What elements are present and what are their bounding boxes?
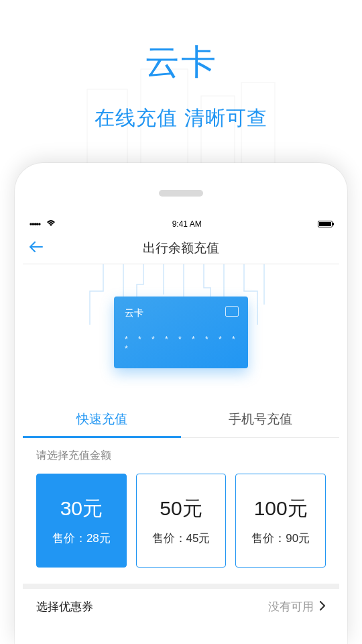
tab-phone-recharge[interactable]: 手机号充值 (181, 400, 339, 437)
svg-rect-2 (201, 96, 235, 163)
amount-price: 售价：45元 (152, 531, 210, 546)
nav-bar: 出行余额充值 (23, 233, 339, 264)
coupon-right: 没有可用 (268, 599, 326, 614)
phone-speaker (159, 190, 203, 197)
page-title: 出行余额充值 (143, 239, 219, 257)
tab-label: 快速充值 (76, 411, 127, 428)
chevron-right-icon (319, 599, 326, 614)
recharge-tabs: 快速充值 手机号充值 (23, 400, 339, 438)
svg-rect-3 (241, 83, 275, 163)
amount-options: 30元 售价：28元 50元 售价：45元 100元 售价：90元 (23, 474, 339, 581)
battery-icon (318, 221, 333, 227)
coupon-row[interactable]: 选择优惠券 没有可用 (23, 584, 339, 621)
status-bar: ••••• 9:41 AM (23, 215, 339, 233)
svg-rect-1 (141, 69, 188, 163)
amount-option-30[interactable]: 30元 售价：28元 (36, 474, 127, 568)
phone-frame: ••••• 9:41 AM 出行余额充值 (15, 163, 347, 644)
coupon-status: 没有可用 (268, 599, 314, 614)
status-time: 9:41 AM (172, 219, 202, 229)
amount-option-50[interactable]: 50元 售价：45元 (136, 474, 227, 568)
wifi-icon (46, 219, 56, 229)
signal-icon: ••••• (29, 219, 40, 229)
coupon-label: 选择优惠券 (36, 599, 93, 614)
card-number: * * * * * * * * * * (125, 335, 248, 354)
amount-value: 30元 (60, 495, 103, 523)
marketing-hero: 云卡 在线充值 清晰可查 (0, 0, 362, 163)
transit-card: 云卡 * * * * * * * * * * (114, 297, 248, 368)
amount-price: 售价：90元 (251, 531, 310, 546)
bus-icon (225, 306, 239, 317)
amount-value: 50元 (160, 495, 202, 523)
card-label: 云卡 (125, 307, 237, 319)
amount-value: 100元 (254, 495, 308, 523)
amount-section-label: 请选择充值金额 (23, 438, 339, 474)
buildings-bg-icon (74, 62, 288, 163)
tab-label: 手机号充值 (229, 411, 292, 428)
card-preview-area: 云卡 * * * * * * * * * * (23, 264, 339, 400)
phone-screen: ••••• 9:41 AM 出行余额充值 (23, 215, 339, 644)
svg-rect-0 (87, 89, 127, 163)
tab-quick-recharge[interactable]: 快速充值 (23, 400, 181, 437)
amount-option-100[interactable]: 100元 售价：90元 (235, 474, 326, 568)
amount-price: 售价：28元 (52, 531, 111, 546)
back-button[interactable] (29, 241, 43, 255)
